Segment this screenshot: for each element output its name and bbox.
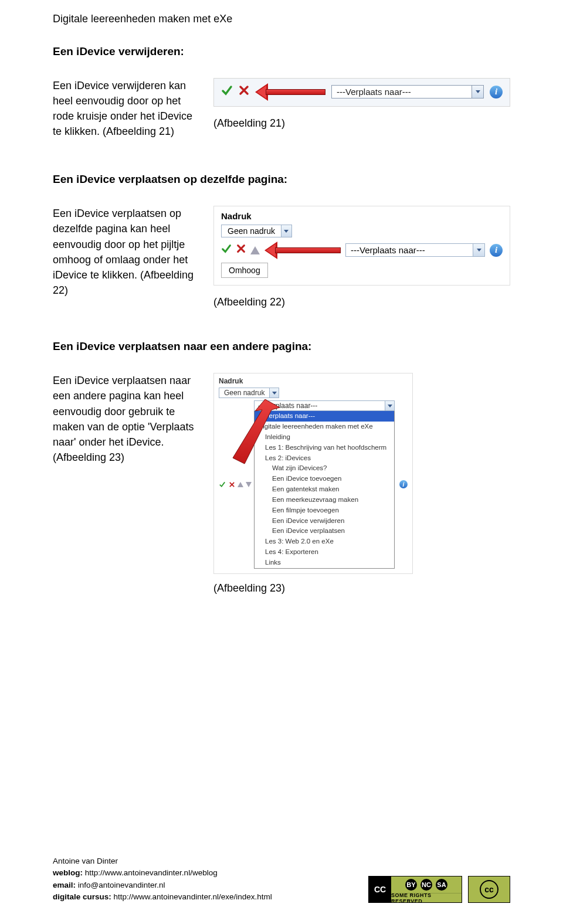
list-item[interactable]: Links [255,558,394,568]
cc-icon: cc [480,880,498,899]
info-icon[interactable]: i [490,244,503,257]
move-to-dropdown[interactable]: ---Verplaats naar--- [345,243,485,257]
emphasis-dropdown[interactable]: Geen nadruk [219,388,279,398]
move-down-icon[interactable] [246,482,252,487]
list-item[interactable]: Een meerkeuzevraag maken [255,495,394,505]
chevron-down-icon[interactable] [269,388,279,398]
cc-badge-small[interactable]: cc [468,876,510,903]
emphasis-dropdown-text: Geen nadruk [222,225,281,237]
footer-email: info@antoinevandinter.nl [78,881,165,889]
footer-weblog-link[interactable]: http://www.antoinevandinter.nl/weblog [85,868,218,877]
move-to-dropdown[interactable]: ---Verplaats naar--- [331,85,484,98]
red-arrow-icon [255,86,325,98]
delete-icon[interactable] [239,85,249,98]
move-to-dropdown-text: ---Verplaats naar--- [255,401,385,410]
cc-by-nc-sa-badge[interactable]: CC BY NC SA SOME RIGHTS RESERVED [368,876,462,903]
list-item[interactable]: Een filmpje toevoegen [255,505,394,516]
list-item[interactable]: Les 3: Web 2.0 en eXe [255,536,394,547]
move-to-dropdown[interactable]: ---Verplaats naar--- [254,400,395,411]
list-item[interactable]: ---Verplaats naar--- [255,411,394,422]
emphasis-label: Nadruk [219,377,408,385]
figure-22-caption: (Afbeelding 22) [213,296,510,308]
section-3-heading: Een iDevice verplaatsen naar een andere … [53,340,510,353]
section-3-body: Een iDevice verplaatsen naar een andere … [53,373,199,465]
chevron-down-icon[interactable] [385,401,394,410]
emphasis-dropdown[interactable]: Geen nadruk [221,225,292,237]
footer-cursus-label: digitale cursus: [53,892,111,901]
list-item[interactable]: Inleiding [255,432,394,443]
info-icon[interactable]: i [490,86,503,98]
figure-21-caption: (Afbeelding 21) [213,117,510,130]
list-item[interactable]: Een iDevice verwijderen [255,516,394,526]
cc-rights-text: SOME RIGHTS RESERVED [391,893,462,902]
emphasis-label: Nadruk [221,211,503,221]
figure-23-caption: (Afbeelding 23) [213,582,510,595]
list-item[interactable]: Les 4: Exporteren [255,547,394,558]
section-2-body: Een iDevice verplaatsen op dezelfde pagi… [53,206,199,298]
figure-22: Nadruk Geen nadruk ---Verplaats naar--- … [213,206,510,286]
info-icon[interactable]: i [399,480,408,488]
footer-credits: Antoine van Dinter weblog: http://www.an… [53,855,272,903]
list-item[interactable]: Een iDevice toevoegen [255,474,394,484]
cc-by-icon: BY [405,879,417,891]
accept-icon[interactable] [219,481,226,488]
list-item[interactable]: Een iDevice verplaatsen [255,526,394,536]
page-title: Digitale leereenheden maken met eXe [53,13,510,25]
figure-21: ---Verplaats naar--- i [213,78,510,107]
footer-author: Antoine van Dinter [53,855,272,867]
section-1-heading: Een iDevice verwijderen: [53,45,510,58]
section-1-body: Een iDevice verwijderen kan heel eenvoud… [53,78,199,139]
move-to-dropdown-text: ---Verplaats naar--- [345,243,473,257]
footer-weblog-label: weblog: [53,868,83,877]
chevron-down-icon[interactable] [473,243,485,257]
delete-icon[interactable] [236,244,246,256]
cc-license-badges: CC BY NC SA SOME RIGHTS RESERVED cc [368,876,510,903]
accept-icon[interactable] [221,84,233,99]
list-item[interactable]: Les 2: iDevices [255,453,394,464]
list-item[interactable]: Een gatentekst maken [255,484,394,495]
accept-icon[interactable] [221,243,232,257]
list-item[interactable]: Les 1: Beschrijving van het hoofdscherm [255,443,394,453]
delete-icon[interactable] [228,481,235,488]
cc-sa-icon: SA [436,879,447,891]
omhoog-button[interactable]: Omhoog [221,263,268,278]
footer-cursus-link[interactable]: http://www.antoinevandinter.nl/exe/index… [114,892,272,901]
chevron-down-icon[interactable] [472,85,484,98]
emphasis-dropdown-text: Geen nadruk [219,388,269,398]
move-to-listbox[interactable]: ---Verplaats naar--- Digitale leereenhed… [254,411,395,568]
red-arrow-icon [264,244,341,257]
cc-nc-icon: NC [420,879,432,891]
section-2-heading: Een iDevice verplaatsen op dezelfde pagi… [53,173,510,186]
move-up-icon[interactable] [250,246,260,254]
footer-email-label: email: [53,881,76,889]
list-item[interactable]: Wat zijn iDevices? [255,463,394,474]
figure-23: Nadruk Geen nadruk ---Verplaats naar--- … [213,373,413,573]
move-up-icon[interactable] [238,482,243,487]
chevron-down-icon[interactable] [281,225,291,237]
list-item[interactable]: Digitale leereenheden maken met eXe [255,422,394,432]
move-to-dropdown-text: ---Verplaats naar--- [337,87,411,97]
